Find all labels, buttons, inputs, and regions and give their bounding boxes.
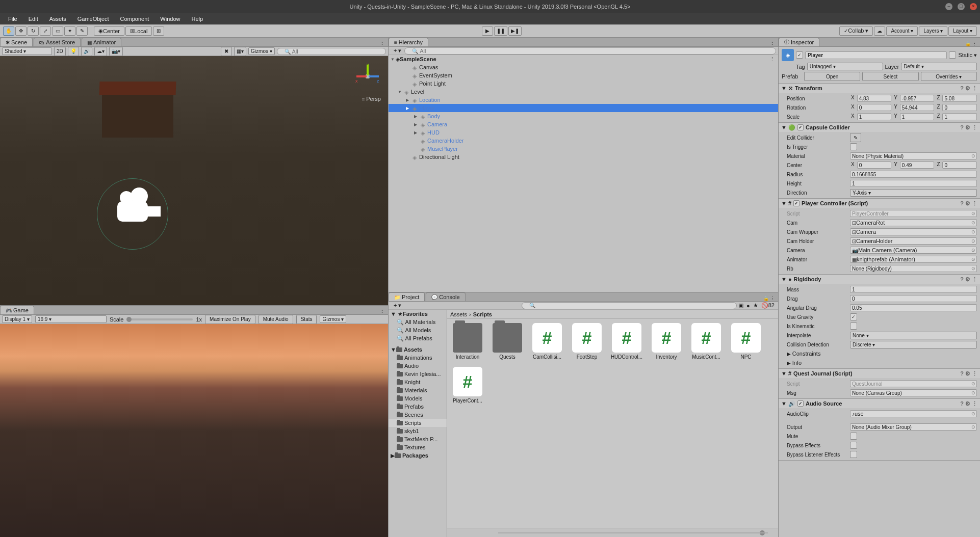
pos-y[interactable]: -0.957 [900, 95, 935, 102]
rot-x[interactable]: 0 [857, 104, 892, 111]
scene-grid-icon[interactable]: ▦▾ [234, 47, 246, 56]
is-trigger[interactable] [850, 143, 857, 150]
pc-holder[interactable]: ⊡ CameraHolder [850, 237, 977, 245]
scene-search[interactable]: 🔍 All [277, 48, 386, 55]
menu-help[interactable]: Help [186, 15, 208, 23]
rb-coll[interactable]: Discrete ▾ [850, 341, 977, 348]
aspect-dropdown[interactable]: 16:9 ▾ [35, 315, 107, 323]
project-item[interactable]: #NPC [730, 323, 762, 360]
rot-z[interactable]: 0 [942, 104, 977, 111]
tool-custom[interactable]: ✎ [76, 26, 88, 36]
scene-2d[interactable]: 2D [54, 47, 66, 56]
scale-slider[interactable] [126, 318, 193, 320]
cc-x[interactable]: 0 [857, 162, 892, 169]
tool-transform[interactable]: ✦ [64, 26, 75, 36]
object-name-field[interactable]: Player [805, 51, 947, 59]
mute-toggle[interactable]: Mute Audio [259, 315, 293, 324]
tab-scene[interactable]: ✱ Scene [0, 38, 33, 46]
hierarchy-item[interactable]: ▶HUD [389, 128, 778, 137]
project-item[interactable]: #MusicCont... [690, 323, 723, 360]
folder-item[interactable]: 🔍 All Models [389, 326, 447, 334]
folder-item[interactable]: Scripts [389, 419, 447, 427]
cc-height[interactable]: 1 [850, 180, 977, 187]
layers-dropdown[interactable]: Layers ▾ [919, 26, 947, 36]
thumbnail-slider[interactable] [447, 528, 778, 537]
pause-button[interactable]: ❚❚ [494, 26, 507, 36]
tool-hand[interactable]: ✋ [3, 26, 14, 36]
hierarchy-search[interactable]: 🔍 All [404, 47, 776, 55]
project-item[interactable]: #HUDControl... [610, 323, 643, 360]
project-search[interactable]: 🔍 [522, 302, 737, 309]
filter-icon[interactable]: ▣ [737, 302, 745, 309]
pc-rb[interactable]: None (Rigidbody) [850, 265, 977, 272]
menu-file[interactable]: File [3, 15, 22, 23]
pc-anim[interactable]: ▦ knigthprefab (Animator) [850, 256, 977, 263]
pc-camera[interactable]: 📷 Main Camera (Camera) [850, 247, 977, 254]
project-item[interactable]: #CamCollisi... [531, 323, 563, 360]
scl-y[interactable]: 1 [900, 113, 935, 120]
favorites-header[interactable]: ▼ ★ Favorites [389, 310, 447, 318]
playercontroller-header[interactable]: ▼ # ✓ Player Controller (Script)? ⚙ ⋮ [779, 199, 980, 208]
play-button[interactable]: ▶ [482, 26, 493, 36]
folder-item[interactable]: Models [389, 394, 447, 402]
layer-dropdown[interactable]: Default ▾ [901, 63, 977, 70]
pos-x[interactable]: 4.83 [857, 95, 892, 102]
prefab-select[interactable]: Select [862, 72, 918, 81]
folder-item[interactable]: 🔍 All Materials [389, 318, 447, 326]
project-create[interactable]: + ▾ [391, 302, 404, 309]
edit-collider-button[interactable]: ✎ [850, 133, 861, 142]
tab-asset-store[interactable]: 🛍 Asset Store [34, 38, 81, 46]
scl-x[interactable]: 1 [857, 113, 892, 120]
hierarchy-item[interactable]: MusicPlayer [389, 145, 778, 153]
close-icon[interactable]: × [970, 3, 977, 10]
prefab-open[interactable]: Open [804, 72, 860, 81]
pc-cam[interactable]: ⊡ CameraRot [850, 219, 977, 226]
maximize-toggle[interactable]: Maximize On Play [205, 315, 255, 324]
audio-bypass[interactable] [850, 442, 857, 449]
orientation-gizmo[interactable]: y x z [352, 61, 383, 92]
rb-interp[interactable]: None ▾ [850, 332, 977, 339]
packages-header[interactable]: ▶ Packages [389, 451, 447, 460]
scene-light-icon[interactable]: 💡 [68, 47, 79, 56]
prefab-overrides[interactable]: Overrides ▾ [921, 72, 977, 81]
assets-header[interactable]: ▼ Assets [389, 345, 447, 354]
menu-edit[interactable]: Edit [23, 15, 43, 23]
audio-bypass-listener[interactable] [850, 451, 857, 458]
hierarchy-item[interactable]: Point Light [389, 79, 778, 88]
hierarchy-item[interactable]: Canvas [389, 63, 778, 71]
scene-camera-icon[interactable]: 📷▾ [109, 47, 123, 56]
folder-item[interactable]: Textures [389, 443, 447, 451]
project-items[interactable]: InteractionQuests#CamCollisi...#FootStep… [447, 319, 778, 528]
layout-dropdown[interactable]: Layout ▾ [948, 26, 977, 36]
tool-move[interactable]: ✥ [15, 26, 27, 36]
folder-item[interactable]: Audio [389, 362, 447, 370]
hierarchy-item[interactable]: CameraHolder [389, 137, 778, 145]
game-gizmos[interactable]: Gizmos ▾ [320, 315, 346, 323]
tab-inspector[interactable]: ⓘ Inspector [779, 38, 819, 46]
questjournal-header[interactable]: ▼ # Quest Journal (Script)? ⚙ ⋮ [779, 369, 980, 378]
folder-item[interactable]: Animations [389, 354, 447, 362]
hierarchy-item[interactable]: ▶Camera [389, 120, 778, 128]
rot-y[interactable]: 54.944 [900, 104, 935, 111]
static-label[interactable]: Static ▾ [958, 52, 977, 59]
inspector-lock-icon[interactable]: 🔒 ⋮ [962, 41, 980, 46]
rb-drag[interactable]: 0 [850, 295, 977, 302]
pivot-local[interactable]: ⊞ Local [125, 26, 152, 36]
cc-direction[interactable]: Y-Axis ▾ [850, 189, 977, 197]
hierarchy-item[interactable]: ▶Location [389, 96, 778, 104]
scene-fx-icon[interactable]: ☁▾ [94, 47, 107, 56]
minimize-icon[interactable]: – [945, 3, 952, 10]
project-item[interactable]: #FootStep [571, 323, 603, 360]
folder-item[interactable]: Kevin Iglesia... [389, 370, 447, 378]
hierarchy-item[interactable]: EventSystem [389, 71, 778, 79]
hierarchy-tree[interactable]: ▼◈ SampleScene⋮ CanvasEventSystemPoint L… [389, 55, 778, 292]
rb-angdrag[interactable]: 0.05 [850, 304, 977, 311]
rb-grav[interactable]: ✓ [850, 313, 857, 320]
scene-viewport[interactable]: y x z ≡ Persp [0, 56, 388, 305]
hierarchy-item[interactable]: ▶Player [389, 104, 778, 112]
menu-window[interactable]: Window [155, 15, 185, 23]
folder-item[interactable]: Knight [389, 378, 447, 386]
folder-item[interactable]: skyb1 [389, 427, 447, 435]
folder-item[interactable]: Materials [389, 386, 447, 394]
tab-game[interactable]: 🎮 Game [0, 306, 34, 314]
